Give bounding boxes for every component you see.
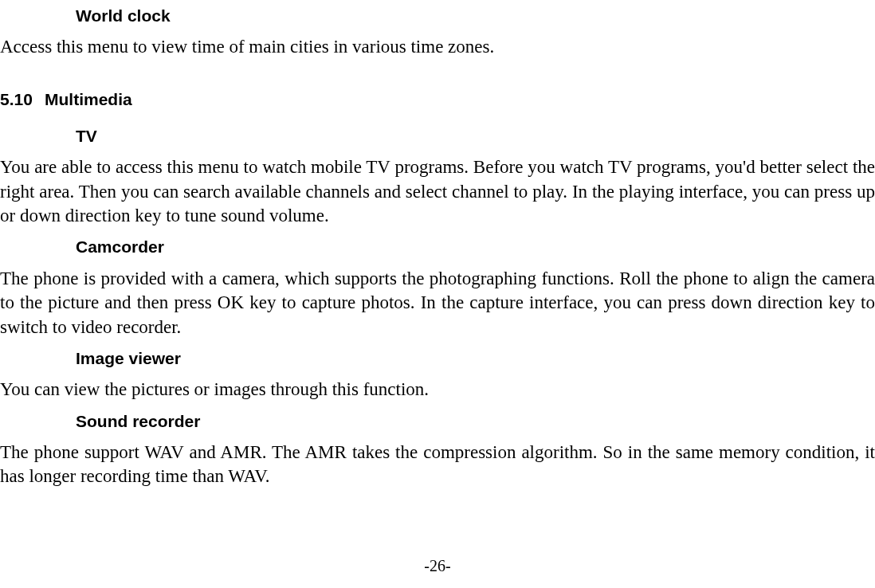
page-number: -26-: [0, 555, 875, 577]
image-viewer-body: You can view the pictures or images thro…: [0, 378, 875, 402]
multimedia-section-title: Multimedia: [45, 90, 132, 108]
camcorder-heading: Camcorder: [76, 236, 875, 258]
multimedia-section-heading: 5.10Multimedia: [0, 88, 875, 111]
tv-body: You are able to access this menu to watc…: [0, 155, 875, 228]
world-clock-heading: World clock: [76, 5, 875, 27]
image-viewer-heading: Image viewer: [76, 347, 875, 370]
sound-recorder-body: The phone support WAV and AMR. The AMR t…: [0, 441, 875, 489]
tv-heading: TV: [76, 125, 875, 147]
multimedia-section-number: 5.10: [0, 88, 45, 111]
sound-recorder-heading: Sound recorder: [76, 410, 875, 433]
world-clock-body: Access this menu to view time of main ci…: [0, 35, 875, 59]
camcorder-body: The phone is provided with a camera, whi…: [0, 267, 875, 339]
